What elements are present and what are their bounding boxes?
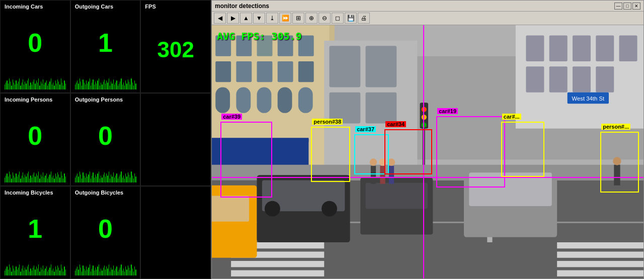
svg-point-72 [613,157,621,165]
waveform-incoming-persons [5,168,66,182]
svg-rect-20 [212,138,308,142]
svg-rect-8 [298,36,314,56]
svg-rect-67 [380,166,385,184]
svg-point-50 [422,115,427,120]
svg-rect-44 [557,261,643,267]
svg-rect-56 [212,196,249,221]
video-area: West 34th St [212,25,643,278]
stats-panel: Incoming Cars0Outgoing Cars1FPS302Incomi… [0,0,211,279]
stat-cell-incoming-persons: Incoming Persons0 [0,93,70,186]
window-controls[interactable]: — □ ✕ [614,3,640,10]
svg-rect-62 [366,183,428,209]
save-button[interactable]: 💾 [345,13,357,24]
svg-rect-23 [366,46,397,87]
waveform-incoming-bicycles [5,261,66,275]
maximize-button[interactable]: □ [623,3,631,10]
svg-rect-33 [549,66,568,92]
close-button[interactable]: ✕ [632,3,640,10]
stat-value-outgoing-bicycles: 0 [75,196,136,261]
print-button[interactable]: 🖨 [358,13,370,24]
fast-forward-button[interactable]: ⏩ [279,13,291,24]
svg-rect-69 [389,166,394,184]
svg-rect-25 [366,92,397,124]
svg-rect-43 [557,252,643,258]
svg-rect-29 [573,36,591,61]
zoom-out-button[interactable]: ⊖ [318,13,331,24]
stat-label-incoming-bicycles: Incoming Bicycles [5,190,66,196]
stat-value-incoming-bicycles: 1 [5,196,66,261]
svg-rect-22 [330,46,361,87]
stat-label-incoming-persons: Incoming Persons [5,97,66,103]
svg-rect-64 [469,172,552,206]
svg-rect-18 [298,87,313,113]
svg-rect-16 [257,87,272,113]
stat-cell-incoming-bicycles: Incoming Bicycles1 [0,186,70,279]
svg-rect-45 [557,270,643,276]
svg-point-49 [422,107,427,112]
svg-rect-7 [278,36,293,56]
svg-rect-28 [549,36,568,61]
up-button[interactable]: ▲ [240,13,252,24]
svg-rect-24 [330,92,361,124]
minimize-button[interactable]: — [614,3,622,10]
svg-rect-31 [619,36,637,61]
street-scene: West 34th St [212,25,643,278]
svg-rect-14 [215,87,230,113]
svg-rect-40 [231,261,324,267]
back-button[interactable]: ◀ [214,13,226,24]
svg-rect-27 [526,36,544,61]
detection-window: monitor detections — □ ✕ ◀ ▶ ▲ ▼ ⤓ ⏩ ⊞ ⊕… [211,0,644,279]
stat-label-outgoing-persons: Outgoing Persons [75,97,136,103]
stat-cell-incoming-cars: Incoming Cars0 [0,0,70,93]
stat-value-fps: 302 [145,10,206,89]
svg-rect-5 [236,36,252,56]
svg-rect-42 [557,242,643,248]
zoom-in-button[interactable]: ⊕ [305,13,317,24]
stat-label-outgoing-bicycles: Outgoing Bicycles [75,190,136,196]
svg-rect-17 [278,87,292,113]
stat-value-incoming-persons: 0 [5,103,66,168]
waveform-outgoing-persons [75,168,136,182]
svg-rect-71 [614,165,620,185]
svg-rect-6 [257,36,273,56]
svg-rect-34 [573,66,591,92]
waveform-outgoing-bicycles [75,261,136,275]
waveform-outgoing-cars [75,75,136,89]
svg-rect-10 [236,61,252,82]
stat-cell-outgoing-persons: Outgoing Persons0 [70,93,141,186]
stat-label-fps: FPS [145,4,206,10]
stat-cell-outgoing-bicycles: Outgoing Bicycles0 [70,186,141,279]
svg-rect-60 [321,201,337,217]
stat-cell-fps: FPS302 [140,0,211,93]
svg-rect-9 [215,61,231,82]
svg-rect-32 [526,66,544,92]
svg-point-51 [422,122,427,127]
down-button[interactable]: ▼ [253,13,265,24]
download-button[interactable]: ⤓ [266,13,278,24]
svg-text:West 34th St: West 34th St [572,96,605,102]
svg-point-68 [379,158,386,165]
grid-button[interactable]: ⊞ [292,13,304,24]
svg-rect-13 [298,61,314,82]
svg-rect-12 [278,61,293,82]
rect-button[interactable]: ◻ [332,13,344,24]
stat-cell-empty [140,93,211,186]
svg-rect-11 [257,61,273,82]
forward-button[interactable]: ▶ [227,13,239,24]
stat-label-incoming-cars: Incoming Cars [5,4,66,10]
toolbar: ◀ ▶ ▲ ▼ ⤓ ⏩ ⊞ ⊕ ⊖ ◻ 💾 🖨 [212,12,643,25]
stat-value-outgoing-persons: 0 [75,103,136,168]
svg-rect-15 [236,87,251,113]
svg-rect-41 [231,270,324,276]
svg-point-70 [388,158,395,165]
svg-rect-30 [596,36,614,61]
svg-rect-59 [265,201,280,217]
stat-label-outgoing-cars: Outgoing Cars [75,4,136,10]
stat-cell-empty2 [140,186,211,279]
svg-rect-4 [215,36,231,56]
svg-rect-65 [371,166,376,184]
stat-value-incoming-cars: 0 [5,10,66,75]
waveform-incoming-cars [5,75,66,89]
stat-value-outgoing-cars: 1 [75,10,136,75]
window-titlebar: monitor detections — □ ✕ [212,1,643,12]
